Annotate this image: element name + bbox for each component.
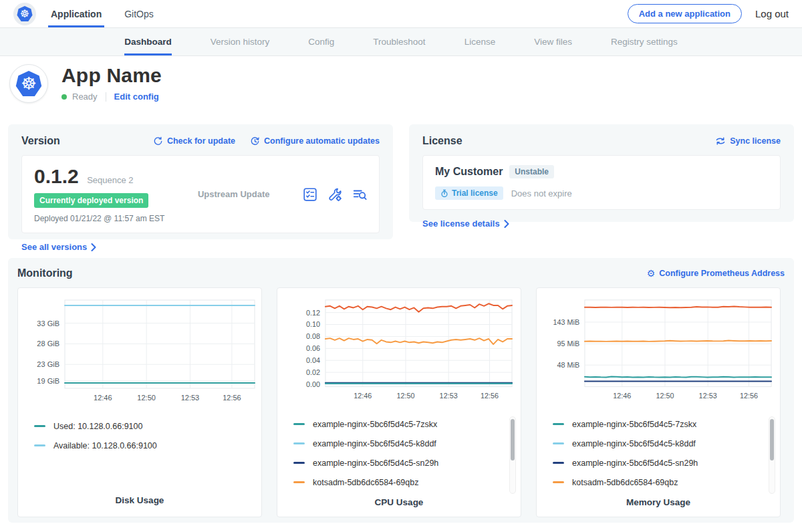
legend-item[interactable]: example-nginx-5bc6f5d4c5-7zskx [293,414,519,434]
legend-label: Used: 10.128.0.66:9100 [53,422,142,431]
legend-color-dash [293,462,305,464]
svg-text:0.08: 0.08 [306,332,320,340]
svg-text:143 MiB: 143 MiB [553,318,579,326]
svg-text:12:46: 12:46 [94,394,112,402]
logout-button[interactable]: Log out [755,8,789,19]
version-card: Version Check for update Configure autom… [8,124,393,239]
svg-text:12:50: 12:50 [656,392,674,400]
svg-text:0.06: 0.06 [306,344,320,352]
navbar-right: Add a new application Log out [628,4,789,23]
svg-text:0.04: 0.04 [306,356,320,364]
legend-label: example-nginx-5bc6f5d4c5-sn29h [313,458,438,468]
legend-color-dash [34,425,45,427]
svg-text:0.02: 0.02 [306,368,320,376]
legend-scrollbar[interactable] [509,416,516,494]
configure-automatic-updates-link[interactable]: Configure automatic updates [250,136,380,146]
subnav-tab-config[interactable]: Config [308,28,334,55]
svg-text:0.10: 0.10 [306,320,320,328]
legend-color-dash [293,423,305,425]
legend-item[interactable]: Available: 10.128.0.66:9100 [34,436,260,455]
svg-text:28 GiB: 28 GiB [37,340,59,348]
svg-text:19 GiB: 19 GiB [37,377,59,385]
monitoring-card: Monitoring ⚙ Configure Prometheus Addres… [8,258,794,523]
legend-item[interactable]: example-nginx-5bc6f5d4c5-7zskx [553,414,779,434]
svg-text:12:53: 12:53 [181,394,200,402]
legend-item[interactable]: example-nginx-5bc6f5d4c5-k8ddf [293,434,519,453]
subnav-tab-version-history[interactable]: Version history [211,28,270,55]
chart-card-cpu-usage: 12:4612:5012:5312:560.000.020.040.060.08… [277,287,521,517]
subnav-tab-view-files[interactable]: View files [534,28,572,55]
status-text: Ready [72,92,98,102]
chart-legend: example-nginx-5bc6f5d4c5-7zskxexample-ng… [538,408,779,491]
chart-title: Memory Usage [538,497,779,507]
license-card: License Sync license My Customer Unstabl… [409,124,794,222]
chart-title: CPU Usage [279,497,519,507]
preflight-checks-icon[interactable] [303,187,317,202]
subnav-tab-license[interactable]: License [464,28,496,55]
monitoring-title: Monitoring [17,267,73,279]
gear-icon: ⚙ [647,269,656,278]
deployed-timestamp: Deployed 01/21/22 @ 11:57 am EST [34,214,164,223]
legend-color-dash [553,442,564,444]
subnav-tab-registry-settings[interactable]: Registry settings [611,28,678,55]
legend-item[interactable]: kotsadm-5db6dc6584-69qbz [553,473,779,492]
svg-text:33 GiB: 33 GiB [37,319,59,327]
see-all-versions-link[interactable]: See all versions [21,242,96,252]
configure-prometheus-label: Configure Prometheus Address [659,269,785,278]
version-number: 0.1.2 [34,165,79,187]
legend-label: example-nginx-5bc6f5d4c5-7zskx [313,420,437,429]
add-application-button[interactable]: Add a new application [628,4,742,23]
helm-wheel-icon: ☸ [21,75,36,92]
legend-item[interactable]: example-nginx-5bc6f5d4c5-sn29h [553,453,779,473]
legend-label: kotsadm-5db6dc6584-69qbz [313,478,418,487]
chart-plot-disk-usage: 12:4612:5012:5312:5619 GiB23 GiB28 GiB33… [19,295,261,410]
svg-text:12:50: 12:50 [137,394,156,402]
customer-name: My Customer [435,166,503,178]
monitoring-charts: 12:4612:5012:5312:5619 GiB23 GiB28 GiB33… [17,287,785,517]
chart-card-memory-usage: 12:4612:5012:5312:5648 MiB95 MiB143 MiBe… [536,287,781,517]
svg-text:12:53: 12:53 [440,392,458,400]
release-notes-search-icon[interactable] [352,187,367,202]
legend-scrollbar[interactable] [769,416,775,494]
see-all-versions-label: See all versions [21,242,87,252]
chart-legend: Used: 10.128.0.66:9100Available: 10.128.… [19,410,260,489]
scheduled-update-icon [250,136,260,146]
check-for-update-link[interactable]: Check for update [153,136,235,146]
config-wrench-icon[interactable] [327,187,342,202]
version-card-title: Version [21,135,60,147]
sync-icon [715,136,726,146]
sync-license-link[interactable]: Sync license [715,136,781,146]
license-expiry: Does not expire [511,188,572,198]
app-header: ☸ App Name Ready Edit config [0,56,802,119]
legend-item[interactable]: Used: 10.128.0.66:9100 [34,416,260,436]
configure-prometheus-link[interactable]: ⚙ Configure Prometheus Address [647,269,785,278]
legend-item[interactable]: example-nginx-5bc6f5d4c5-k8ddf [553,434,779,453]
svg-text:23 GiB: 23 GiB [37,360,59,368]
chevron-right-icon [504,220,509,228]
svg-text:95 MiB: 95 MiB [557,340,579,348]
scrollbar-thumb[interactable] [511,419,515,460]
check-for-update-label: Check for update [167,136,235,146]
chevron-right-icon [91,243,96,251]
configure-automatic-updates-label: Configure automatic updates [264,136,380,146]
refresh-icon [153,136,163,146]
scrollbar-thumb[interactable] [770,419,774,460]
sync-license-label: Sync license [730,136,781,146]
legend-item[interactable]: example-nginx-5bc6f5d4c5-sn29h [293,453,519,473]
kubernetes-logo: ☸ [13,3,36,25]
svg-text:12:56: 12:56 [481,392,499,400]
nav-tab-gitops[interactable]: GitOps [124,0,154,27]
divider [106,92,106,102]
edit-config-link[interactable]: Edit config [114,92,159,102]
subnav-tab-troubleshoot[interactable]: Troubleshoot [373,28,425,55]
svg-text:12:46: 12:46 [354,392,372,400]
see-license-details-link[interactable]: See license details [422,219,509,229]
legend-color-dash [553,423,564,425]
channel-badge: Unstable [509,165,554,178]
nav-tab-application[interactable]: Application [51,0,102,27]
subnav-tabs: DashboardVersion historyConfigTroublesho… [124,28,678,55]
subnav-tab-dashboard[interactable]: Dashboard [124,28,172,55]
version-source-label: Upstream Update [164,189,303,199]
legend-label: example-nginx-5bc6f5d4c5-7zskx [572,420,696,429]
legend-item[interactable]: kotsadm-5db6dc6584-69qbz [293,473,519,492]
